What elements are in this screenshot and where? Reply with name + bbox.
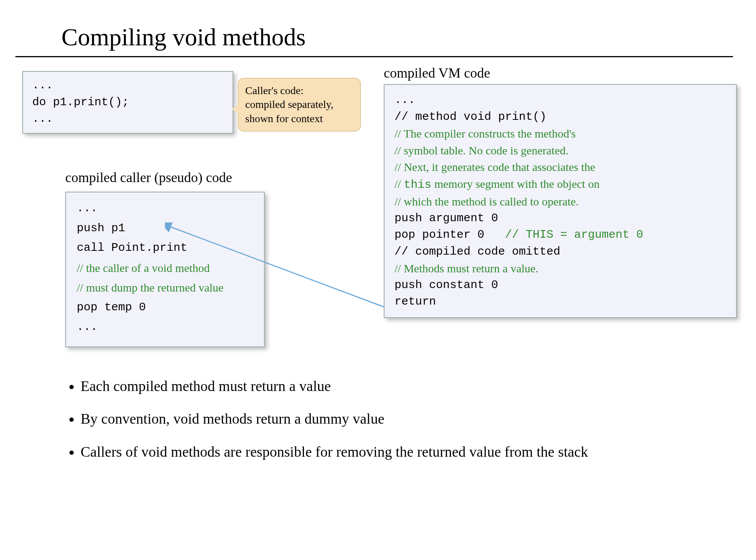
comment-line: // this memory segment with the object o… — [395, 176, 726, 194]
slide-content: ... do p1.print(); ... Caller's code: co… — [15, 69, 741, 414]
code-line: ... — [395, 92, 726, 109]
bullet-item: Callers of void methods are responsible … — [81, 442, 725, 462]
callout-line: shown for context — [245, 112, 353, 126]
pseudo-code-box: ... push p1 call Point.print // the call… — [65, 192, 265, 347]
callout-line: compiled separately, — [245, 98, 353, 111]
callout-bubble: Caller's code: compiled separately, show… — [238, 78, 361, 131]
code-line: call Point.print — [77, 240, 253, 257]
callout-line: Caller's code: — [245, 84, 353, 98]
comment-line: // must dump the returned value — [77, 279, 253, 296]
bullet-item: By convention, void methods return a dum… — [81, 409, 725, 429]
code-line: return — [395, 293, 726, 310]
vm-label: compiled VM code — [384, 65, 490, 81]
code-line: push argument 0 — [395, 210, 726, 227]
code-line: push constant 0 — [395, 277, 726, 294]
bullet-list: Each compiled method must return a value… — [81, 376, 725, 475]
vm-code-box: ... // method void print() // The compil… — [384, 84, 737, 318]
code-line: // method void print() — [395, 109, 726, 126]
code-line: ... — [32, 77, 223, 94]
comment-line: // the caller of a void method — [77, 260, 253, 277]
slide-title: Compiling void methods — [15, 23, 733, 57]
code-line: // compiled code omitted — [395, 244, 726, 260]
pseudo-label: compiled caller (pseudo) code — [65, 169, 232, 186]
code-line: do p1.print(); — [32, 94, 223, 111]
comment-line: // The compiler constructs the method's — [395, 125, 726, 142]
caller-source-box: ... do p1.print(); ... — [22, 71, 233, 134]
code-line: push p1 — [77, 220, 253, 237]
code-line: pop temp 0 — [77, 299, 253, 316]
comment-line: // which the method is called to operate… — [395, 193, 726, 210]
bullet-item: Each compiled method must return a value — [81, 376, 725, 396]
code-line: ... — [32, 111, 223, 128]
comment-line: // symbol table. No code is generated. — [395, 142, 726, 159]
comment-line: // Next, it generates code that associat… — [395, 159, 726, 176]
comment-line: // Methods must return a value. — [395, 260, 726, 277]
code-line: ... — [77, 319, 253, 336]
code-line: ... — [77, 200, 253, 217]
code-line: pop pointer 0 // THIS = argument 0 — [395, 227, 726, 244]
